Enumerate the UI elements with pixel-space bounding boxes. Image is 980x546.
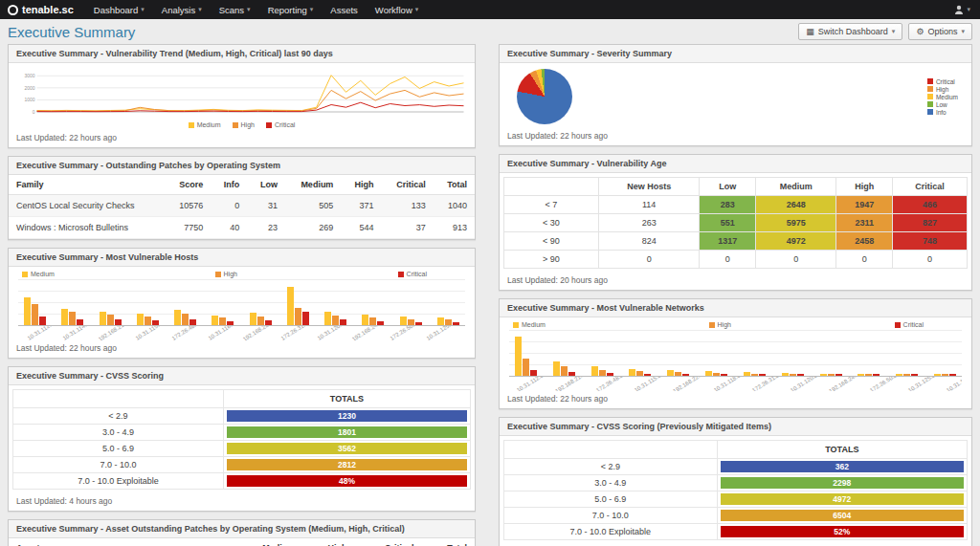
bar-high[interactable]	[561, 366, 568, 376]
nav-item-assets[interactable]: Assets	[322, 0, 367, 19]
bar-high[interactable]	[32, 304, 38, 325]
panel-header[interactable]: Executive Summary - Severity Summary	[500, 45, 971, 63]
table-row[interactable]: < 90824131749722458748	[504, 232, 968, 251]
bar-group[interactable]	[100, 312, 122, 325]
cvss-row[interactable]: 7.0 - 10.0 Exploitable52%	[504, 524, 968, 540]
bar-group[interactable]	[437, 317, 459, 325]
bar-group[interactable]	[629, 369, 651, 376]
bar-medium[interactable]	[820, 374, 827, 376]
column-header[interactable]: Total	[434, 175, 475, 195]
bar-medium[interactable]	[553, 361, 560, 376]
bar-critical[interactable]	[152, 320, 159, 325]
nav-item-dashboard[interactable]: Dashboard▾	[85, 0, 153, 19]
bar-high[interactable]	[219, 317, 226, 325]
bar-high[interactable]	[903, 374, 910, 376]
bar-medium[interactable]	[362, 315, 368, 325]
column-header[interactable]: Family	[9, 175, 165, 195]
bar-group[interactable]	[324, 312, 346, 325]
cvss-total-bar[interactable]: 6504	[721, 510, 964, 521]
bar-group[interactable]	[667, 370, 689, 376]
cvss-row[interactable]: < 2.91230	[13, 408, 471, 425]
bar-critical[interactable]	[835, 374, 842, 376]
panel-header[interactable]: Executive Summary - Asset Outstanding Pa…	[9, 520, 475, 538]
bar-medium[interactable]	[782, 373, 789, 376]
bar-high[interactable]	[828, 374, 835, 376]
column-header[interactable]: Medium	[231, 538, 302, 546]
bar-group[interactable]	[553, 361, 575, 376]
bar-high[interactable]	[445, 319, 452, 325]
bar-high[interactable]	[107, 315, 114, 325]
column-header[interactable]: Low	[247, 175, 285, 195]
column-header[interactable]: Info	[211, 175, 247, 195]
nav-item-analysis[interactable]: Analysis▾	[153, 0, 211, 19]
bar-group[interactable]	[212, 316, 234, 325]
table-row[interactable]: > 9000000	[504, 251, 968, 269]
panel-header[interactable]: Executive Summary - CVSS Scoring	[9, 367, 475, 385]
nav-item-workflow[interactable]: Workflow▾	[367, 0, 427, 19]
panel-header[interactable]: Executive Summary - Most Vulnerable Host…	[9, 249, 475, 267]
cvss-total-bar[interactable]: 362	[721, 461, 964, 472]
bar-medium[interactable]	[437, 317, 444, 325]
bar-critical[interactable]	[340, 319, 346, 325]
bar-critical[interactable]	[530, 370, 537, 376]
bar-medium[interactable]	[324, 312, 331, 325]
bar-critical[interactable]	[39, 317, 46, 325]
table-row[interactable]: CentOS Local Security Checks105760315053…	[9, 195, 475, 217]
switch-dashboard-button[interactable]: ▦ Switch Dashboard ▾	[798, 23, 902, 40]
column-header[interactable]: Critical	[354, 538, 421, 546]
bar-critical[interactable]	[873, 374, 880, 376]
cvss-row[interactable]: 7.0 - 10.02812	[13, 457, 471, 473]
panel-header[interactable]: Executive Summary - Vulnerability Trend …	[9, 45, 475, 63]
panel-header[interactable]: Executive Summary - Vulnerability Age	[500, 155, 971, 173]
cvss-total-bar[interactable]: 1801	[227, 426, 467, 438]
cvss-row[interactable]: 7.0 - 10.06504	[504, 508, 968, 524]
vulnerability-trend-chart[interactable]: 0100020003000	[9, 63, 475, 121]
bar-group[interactable]	[591, 366, 613, 376]
bar-critical[interactable]	[911, 374, 918, 376]
cvss-total-bar[interactable]: 3562	[227, 443, 467, 454]
bar-medium[interactable]	[61, 309, 68, 325]
bar-group[interactable]	[820, 374, 842, 376]
bar-high[interactable]	[257, 317, 264, 325]
most-vulnerable-hosts-chart[interactable]: MediumHighCritical 10.31.112.2110.31.114…	[9, 267, 475, 340]
bar-medium[interactable]	[934, 374, 941, 376]
cvss-row[interactable]: 7.0 - 10.0 Exploitable48%	[13, 473, 471, 490]
options-button[interactable]: ⚙ Options ▾	[908, 23, 972, 40]
bar-critical[interactable]	[265, 320, 272, 325]
table-row[interactable]: Windows : Microsoft Bulletins77504023269…	[9, 217, 475, 239]
bar-high[interactable]	[599, 370, 606, 376]
bar-group[interactable]	[515, 337, 537, 376]
user-menu[interactable]: ▾	[954, 5, 980, 14]
cvss-row[interactable]: 3.0 - 4.92298	[504, 475, 968, 491]
bar-critical[interactable]	[568, 372, 575, 376]
bar-group[interactable]	[362, 315, 384, 325]
bar-critical[interactable]	[77, 319, 83, 325]
bar-critical[interactable]	[453, 322, 459, 325]
bar-medium[interactable]	[174, 310, 181, 325]
bar-high[interactable]	[942, 374, 948, 376]
brand-logo[interactable]: tenable.sc	[0, 4, 85, 15]
cvss-total-bar[interactable]: 2298	[721, 477, 964, 489]
bar-high[interactable]	[865, 374, 872, 376]
bar-medium[interactable]	[24, 297, 31, 325]
cvss-total-bar[interactable]: 4972	[721, 493, 964, 505]
column-header[interactable]: High	[836, 178, 893, 196]
bar-group[interactable]	[744, 372, 766, 376]
bar-critical[interactable]	[644, 374, 651, 376]
bar-critical[interactable]	[682, 374, 689, 376]
bar-group[interactable]	[61, 309, 83, 325]
cvss-total-bar[interactable]: 52%	[721, 526, 964, 537]
bar-high[interactable]	[751, 374, 758, 376]
column-header[interactable]	[504, 178, 599, 196]
bar-high[interactable]	[332, 316, 339, 325]
column-header[interactable]: Asset	[9, 538, 231, 546]
table-row[interactable]: < 711428326481947466	[504, 196, 968, 214]
bar-critical[interactable]	[607, 373, 613, 376]
bar-group[interactable]	[24, 297, 46, 325]
column-header[interactable]: Total	[422, 538, 476, 546]
bar-medium[interactable]	[287, 287, 294, 325]
column-header[interactable]: Score	[165, 175, 211, 195]
bar-medium[interactable]	[400, 317, 407, 325]
column-header[interactable]: Low	[700, 178, 756, 196]
bar-medium[interactable]	[858, 374, 864, 376]
